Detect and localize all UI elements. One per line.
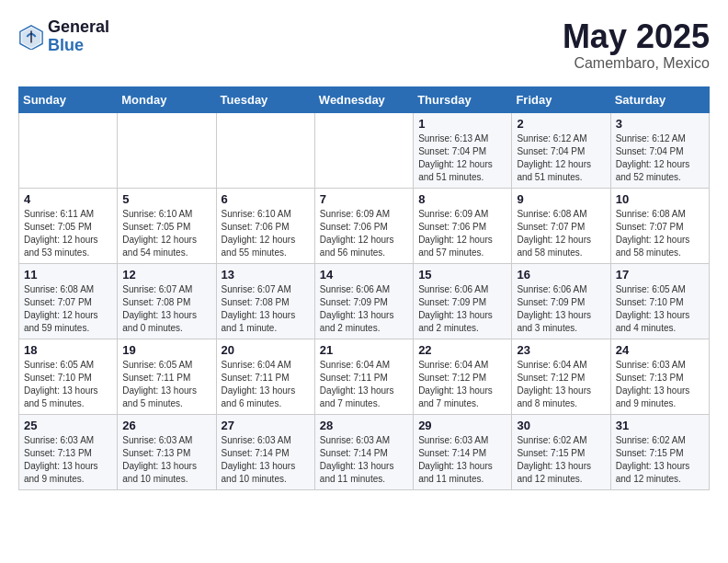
cell-info: Sunrise: 6:10 AM Sunset: 7:05 PM Dayligh… bbox=[122, 208, 210, 259]
calendar-cell: 5Sunrise: 6:10 AM Sunset: 7:05 PM Daylig… bbox=[118, 188, 216, 263]
calendar-cell: 7Sunrise: 6:09 AM Sunset: 7:06 PM Daylig… bbox=[314, 188, 413, 263]
cell-info: Sunrise: 6:02 AM Sunset: 7:15 PM Dayligh… bbox=[616, 434, 704, 486]
day-number: 14 bbox=[320, 268, 408, 282]
cell-info: Sunrise: 6:06 AM Sunset: 7:09 PM Dayligh… bbox=[517, 283, 605, 335]
calendar-cell: 4Sunrise: 6:11 AM Sunset: 7:05 PM Daylig… bbox=[19, 188, 118, 263]
day-number: 19 bbox=[122, 343, 210, 357]
cell-info: Sunrise: 6:03 AM Sunset: 7:14 PM Dayligh… bbox=[222, 434, 310, 486]
calendar-cell: 27Sunrise: 6:03 AM Sunset: 7:14 PM Dayli… bbox=[216, 414, 314, 489]
day-number: 6 bbox=[222, 192, 310, 206]
weekday-header-sunday: Sunday bbox=[19, 86, 118, 112]
weekday-header-tuesday: Tuesday bbox=[216, 86, 314, 112]
day-number: 4 bbox=[24, 192, 112, 206]
calendar-cell: 9Sunrise: 6:08 AM Sunset: 7:07 PM Daylig… bbox=[512, 188, 610, 263]
weekday-header-monday: Monday bbox=[118, 86, 216, 112]
logo-icon bbox=[18, 24, 44, 50]
calendar-cell: 3Sunrise: 6:12 AM Sunset: 7:04 PM Daylig… bbox=[610, 112, 709, 188]
logo: General Blue bbox=[18, 18, 109, 55]
calendar-cell: 2Sunrise: 6:12 AM Sunset: 7:04 PM Daylig… bbox=[512, 112, 610, 188]
cell-info: Sunrise: 6:10 AM Sunset: 7:06 PM Dayligh… bbox=[222, 208, 310, 259]
cell-info: Sunrise: 6:07 AM Sunset: 7:08 PM Dayligh… bbox=[122, 283, 210, 335]
day-number: 26 bbox=[122, 419, 210, 432]
day-number: 29 bbox=[418, 419, 506, 432]
cell-info: Sunrise: 6:03 AM Sunset: 7:14 PM Dayligh… bbox=[418, 434, 506, 486]
calendar-cell: 24Sunrise: 6:03 AM Sunset: 7:13 PM Dayli… bbox=[610, 339, 709, 414]
cell-info: Sunrise: 6:05 AM Sunset: 7:10 PM Dayligh… bbox=[616, 283, 704, 335]
cell-info: Sunrise: 6:02 AM Sunset: 7:15 PM Dayligh… bbox=[517, 434, 605, 486]
title-block: May 2025 Camembaro, Mexico bbox=[563, 18, 710, 72]
calendar-cell: 20Sunrise: 6:04 AM Sunset: 7:11 PM Dayli… bbox=[216, 339, 314, 414]
calendar-cell: 29Sunrise: 6:03 AM Sunset: 7:14 PM Dayli… bbox=[414, 414, 512, 489]
cell-info: Sunrise: 6:03 AM Sunset: 7:14 PM Dayligh… bbox=[320, 434, 408, 486]
cell-info: Sunrise: 6:06 AM Sunset: 7:09 PM Dayligh… bbox=[418, 283, 506, 335]
weekday-header-wednesday: Wednesday bbox=[314, 86, 413, 112]
calendar-cell: 23Sunrise: 6:04 AM Sunset: 7:12 PM Dayli… bbox=[512, 339, 610, 414]
cell-info: Sunrise: 6:03 AM Sunset: 7:13 PM Dayligh… bbox=[122, 434, 210, 486]
calendar-cell: 28Sunrise: 6:03 AM Sunset: 7:14 PM Dayli… bbox=[314, 414, 413, 489]
calendar-cell: 17Sunrise: 6:05 AM Sunset: 7:10 PM Dayli… bbox=[610, 263, 709, 339]
calendar-table: SundayMondayTuesdayWednesdayThursdayFrid… bbox=[18, 86, 710, 490]
calendar-cell: 22Sunrise: 6:04 AM Sunset: 7:12 PM Dayli… bbox=[414, 339, 512, 414]
weekday-header-row: SundayMondayTuesdayWednesdayThursdayFrid… bbox=[19, 86, 710, 112]
day-number: 3 bbox=[616, 117, 704, 131]
calendar-cell: 26Sunrise: 6:03 AM Sunset: 7:13 PM Dayli… bbox=[118, 414, 216, 489]
day-number: 2 bbox=[517, 117, 605, 131]
cell-info: Sunrise: 6:03 AM Sunset: 7:13 PM Dayligh… bbox=[616, 359, 704, 410]
day-number: 15 bbox=[418, 268, 506, 282]
day-number: 1 bbox=[418, 117, 506, 131]
month-title: May 2025 bbox=[563, 18, 710, 55]
calendar-cell: 11Sunrise: 6:08 AM Sunset: 7:07 PM Dayli… bbox=[19, 263, 118, 339]
day-number: 28 bbox=[320, 419, 408, 432]
cell-info: Sunrise: 6:12 AM Sunset: 7:04 PM Dayligh… bbox=[517, 132, 605, 184]
cell-info: Sunrise: 6:08 AM Sunset: 7:07 PM Dayligh… bbox=[616, 208, 704, 259]
week-row-2: 4Sunrise: 6:11 AM Sunset: 7:05 PM Daylig… bbox=[19, 188, 710, 263]
calendar-cell: 6Sunrise: 6:10 AM Sunset: 7:06 PM Daylig… bbox=[216, 188, 314, 263]
cell-info: Sunrise: 6:04 AM Sunset: 7:11 PM Dayligh… bbox=[320, 359, 408, 410]
calendar-cell: 10Sunrise: 6:08 AM Sunset: 7:07 PM Dayli… bbox=[610, 188, 709, 263]
cell-info: Sunrise: 6:09 AM Sunset: 7:06 PM Dayligh… bbox=[320, 208, 408, 259]
cell-info: Sunrise: 6:06 AM Sunset: 7:09 PM Dayligh… bbox=[320, 283, 408, 335]
cell-info: Sunrise: 6:04 AM Sunset: 7:11 PM Dayligh… bbox=[222, 359, 310, 410]
cell-info: Sunrise: 6:04 AM Sunset: 7:12 PM Dayligh… bbox=[418, 359, 506, 410]
cell-info: Sunrise: 6:08 AM Sunset: 7:07 PM Dayligh… bbox=[24, 283, 112, 335]
calendar-cell: 25Sunrise: 6:03 AM Sunset: 7:13 PM Dayli… bbox=[19, 414, 118, 489]
day-number: 18 bbox=[24, 343, 112, 357]
calendar-cell: 12Sunrise: 6:07 AM Sunset: 7:08 PM Dayli… bbox=[118, 263, 216, 339]
cell-info: Sunrise: 6:03 AM Sunset: 7:13 PM Dayligh… bbox=[24, 434, 112, 486]
cell-info: Sunrise: 6:05 AM Sunset: 7:10 PM Dayligh… bbox=[24, 359, 112, 410]
day-number: 8 bbox=[418, 192, 506, 206]
cell-info: Sunrise: 6:04 AM Sunset: 7:12 PM Dayligh… bbox=[517, 359, 605, 410]
day-number: 13 bbox=[222, 268, 310, 282]
cell-info: Sunrise: 6:12 AM Sunset: 7:04 PM Dayligh… bbox=[616, 132, 704, 184]
day-number: 22 bbox=[418, 343, 506, 357]
day-number: 16 bbox=[517, 268, 605, 282]
logo-general: General bbox=[48, 18, 109, 37]
day-number: 24 bbox=[616, 343, 704, 357]
weekday-header-thursday: Thursday bbox=[414, 86, 512, 112]
calendar-cell bbox=[19, 112, 118, 188]
calendar-cell bbox=[314, 112, 413, 188]
calendar-cell bbox=[118, 112, 216, 188]
location: Camembaro, Mexico bbox=[563, 55, 710, 72]
calendar-cell: 13Sunrise: 6:07 AM Sunset: 7:08 PM Dayli… bbox=[216, 263, 314, 339]
calendar-cell: 1Sunrise: 6:13 AM Sunset: 7:04 PM Daylig… bbox=[414, 112, 512, 188]
day-number: 20 bbox=[222, 343, 310, 357]
week-row-3: 11Sunrise: 6:08 AM Sunset: 7:07 PM Dayli… bbox=[19, 263, 710, 339]
weekday-header-friday: Friday bbox=[512, 86, 610, 112]
day-number: 10 bbox=[616, 192, 704, 206]
week-row-5: 25Sunrise: 6:03 AM Sunset: 7:13 PM Dayli… bbox=[19, 414, 710, 489]
logo-blue: Blue bbox=[48, 37, 109, 55]
calendar-cell bbox=[216, 112, 314, 188]
day-number: 9 bbox=[517, 192, 605, 206]
calendar-cell: 18Sunrise: 6:05 AM Sunset: 7:10 PM Dayli… bbox=[19, 339, 118, 414]
calendar-cell: 31Sunrise: 6:02 AM Sunset: 7:15 PM Dayli… bbox=[610, 414, 709, 489]
cell-info: Sunrise: 6:11 AM Sunset: 7:05 PM Dayligh… bbox=[24, 208, 112, 259]
calendar-cell: 21Sunrise: 6:04 AM Sunset: 7:11 PM Dayli… bbox=[314, 339, 413, 414]
cell-info: Sunrise: 6:09 AM Sunset: 7:06 PM Dayligh… bbox=[418, 208, 506, 259]
day-number: 11 bbox=[24, 268, 112, 282]
day-number: 17 bbox=[616, 268, 704, 282]
logo-text: General Blue bbox=[48, 18, 109, 55]
day-number: 12 bbox=[122, 268, 210, 282]
day-number: 21 bbox=[320, 343, 408, 357]
calendar-cell: 15Sunrise: 6:06 AM Sunset: 7:09 PM Dayli… bbox=[414, 263, 512, 339]
